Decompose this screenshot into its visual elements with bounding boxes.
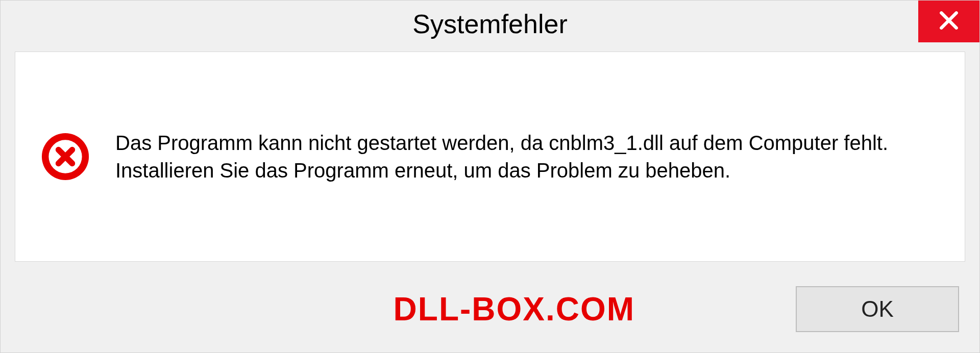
close-icon — [938, 9, 960, 34]
titlebar: Systemfehler — [1, 1, 979, 47]
content-area: Das Programm kann nicht gestartet werden… — [15, 52, 965, 262]
close-button[interactable] — [918, 1, 979, 42]
watermark-text: DLL-BOX.COM — [394, 290, 635, 328]
dialog-title: Systemfehler — [412, 9, 567, 39]
dialog-footer: DLL-BOX.COM OK — [1, 266, 979, 352]
error-message: Das Programm kann nicht gestartet werden… — [115, 129, 944, 184]
error-icon — [41, 132, 90, 181]
ok-button[interactable]: OK — [796, 286, 959, 332]
error-dialog: Systemfehler Das Programm kann nicht ges… — [0, 0, 980, 353]
